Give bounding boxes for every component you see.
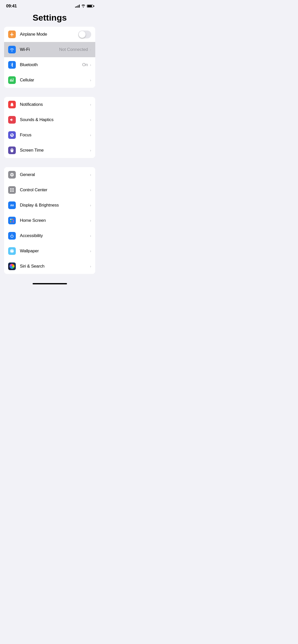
sounds-icon [8, 116, 16, 124]
display-brightness-label: Display & Brightness [20, 203, 89, 208]
svg-rect-9 [13, 220, 14, 221]
accessibility-chevron-icon: › [90, 234, 91, 238]
page-title: Settings [0, 10, 99, 27]
svg-rect-3 [12, 191, 14, 192]
siri-icon [8, 262, 16, 270]
sounds-row[interactable]: Sounds & Haptics › [4, 112, 95, 127]
cellular-chevron-icon: › [90, 78, 91, 82]
home-indicator [33, 283, 67, 284]
svg-rect-5 [12, 219, 13, 220]
bluetooth-label: Bluetooth [20, 62, 82, 67]
status-time: 09:41 [6, 4, 17, 9]
wifi-status-icon [81, 4, 85, 8]
home-indicator-area [0, 283, 99, 288]
svg-rect-7 [10, 220, 11, 221]
svg-rect-4 [10, 219, 11, 220]
siri-chevron-icon: › [90, 264, 91, 268]
airplane-mode-icon [8, 31, 16, 38]
bluetooth-row[interactable]: Bluetooth On › [4, 57, 95, 72]
accessibility-icon [8, 232, 16, 240]
display-group: General › Control Center › AA Display & … [4, 167, 95, 274]
notifications-chevron-icon: › [90, 103, 91, 107]
connectivity-group: Airplane Mode Wi-Fi Not Connected › Blue… [4, 27, 95, 88]
home-screen-chevron-icon: › [90, 218, 91, 223]
notifications-icon [8, 101, 16, 108]
control-center-row[interactable]: Control Center › [4, 182, 95, 198]
svg-rect-2 [10, 191, 11, 192]
home-screen-label: Home Screen [20, 218, 89, 223]
siri-label: Siri & Search [20, 264, 89, 269]
focus-label: Focus [20, 133, 89, 138]
wifi-chevron-icon: › [90, 48, 91, 52]
svg-rect-0 [10, 188, 11, 189]
status-icons [75, 4, 93, 8]
wallpaper-chevron-icon: › [90, 249, 91, 253]
svg-rect-8 [12, 220, 13, 221]
cellular-icon [8, 76, 16, 84]
accessibility-row[interactable]: Accessibility › [4, 228, 95, 243]
cellular-row[interactable]: Cellular › [4, 72, 95, 88]
svg-rect-6 [13, 219, 14, 220]
airplane-mode-row[interactable]: Airplane Mode [4, 27, 95, 42]
battery-icon [87, 5, 93, 8]
screen-time-label: Screen Time [20, 148, 89, 153]
svg-rect-1 [12, 188, 14, 189]
control-center-label: Control Center [20, 187, 89, 193]
wallpaper-label: Wallpaper [20, 248, 89, 254]
wifi-label: Wi-Fi [20, 47, 59, 52]
control-center-icon [8, 186, 16, 194]
cellular-label: Cellular [20, 78, 89, 83]
general-row[interactable]: General › [4, 167, 95, 182]
bluetooth-value: On [82, 62, 88, 67]
notifications-label: Notifications [20, 102, 89, 107]
signal-bars-icon [75, 5, 80, 8]
status-bar: 09:41 [0, 0, 99, 10]
siri-row[interactable]: Siri & Search › [4, 259, 95, 274]
home-screen-icon [8, 217, 16, 224]
focus-chevron-icon: › [90, 133, 91, 137]
svg-rect-12 [13, 222, 14, 223]
wallpaper-row[interactable]: Wallpaper › [4, 243, 95, 259]
airplane-mode-label: Airplane Mode [20, 32, 78, 37]
svg-rect-10 [10, 222, 11, 223]
notifications-group: Notifications › Sounds & Haptics › Focus… [4, 97, 95, 158]
accessibility-label: Accessibility [20, 233, 89, 238]
focus-icon [8, 131, 16, 139]
notifications-row[interactable]: Notifications › [4, 97, 95, 112]
svg-point-13 [12, 234, 12, 235]
control-center-chevron-icon: › [90, 188, 91, 192]
general-chevron-icon: › [90, 173, 91, 177]
home-screen-row[interactable]: Home Screen › [4, 213, 95, 228]
bluetooth-chevron-icon: › [90, 63, 91, 67]
general-icon [8, 171, 16, 179]
sounds-chevron-icon: › [90, 118, 91, 122]
wallpaper-icon [8, 247, 16, 255]
display-brightness-row[interactable]: AA Display & Brightness › [4, 198, 95, 213]
display-brightness-icon: AA [8, 201, 16, 209]
screen-time-row[interactable]: Screen Time › [4, 143, 95, 158]
wifi-value: Not Connected [59, 47, 88, 52]
svg-rect-11 [12, 222, 13, 223]
wifi-icon [8, 46, 16, 53]
focus-row[interactable]: Focus › [4, 127, 95, 143]
screen-time-chevron-icon: › [90, 148, 91, 152]
wifi-row[interactable]: Wi-Fi Not Connected › [4, 42, 95, 57]
screen-time-icon [8, 147, 16, 154]
general-label: General [20, 172, 89, 177]
bluetooth-icon [8, 61, 16, 69]
airplane-mode-toggle[interactable] [78, 31, 91, 38]
display-brightness-chevron-icon: › [90, 203, 91, 207]
sounds-label: Sounds & Haptics [20, 117, 89, 122]
